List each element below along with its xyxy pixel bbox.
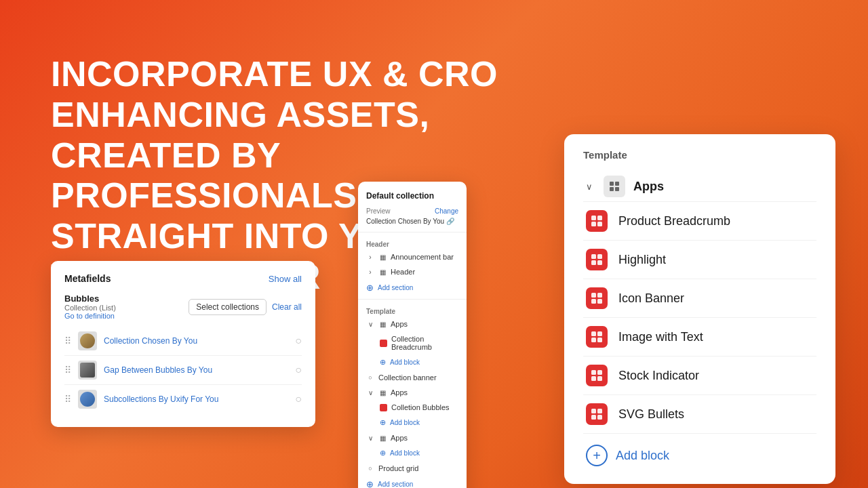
grid-icon: ▦	[378, 253, 387, 261]
panel-item-svg-bullets[interactable]: SVG Bullets	[583, 395, 816, 434]
theme-header-label: Header	[358, 235, 467, 249]
chevron-down-icon-1: ∨	[366, 320, 374, 328]
theme-editor-card: Default collection Preview Change Collec…	[358, 182, 467, 488]
svg-rect-4	[591, 216, 596, 220]
app-icon-4	[586, 326, 608, 348]
svg-rect-13	[597, 293, 602, 298]
svg-rect-14	[591, 299, 596, 304]
metafields-title: Metafields	[64, 273, 111, 284]
panel-item-label-6: SVG Bullets	[618, 407, 684, 422]
svg-rect-2	[610, 187, 614, 191]
add-block-label[interactable]: Add block	[616, 449, 669, 463]
drag-handle-icon-3[interactable]: ⠿	[64, 394, 71, 405]
theme-product-grid-row[interactable]: ○ Product grid	[358, 461, 467, 476]
svg-rect-1	[615, 182, 619, 186]
svg-rect-10	[591, 260, 596, 265]
theme-apps-row-2[interactable]: ∨ ▦ Apps	[358, 385, 467, 400]
theme-collection-banner-row[interactable]: ○ Collection banner	[358, 370, 467, 385]
right-panel: Template ∨ Apps Product Breadcrumb	[564, 134, 835, 484]
app-icon-1	[586, 210, 608, 232]
panel-item-label-3: Icon Banner	[618, 291, 684, 306]
panel-item-product-breadcrumb[interactable]: Product Breadcrumb	[583, 202, 816, 241]
theme-collection-bubbles-row[interactable]: Colletion Bubbles	[358, 400, 467, 415]
panel-section-label: Template	[583, 149, 816, 161]
panel-item-stock-indicator[interactable]: Stock Indicator	[583, 357, 816, 395]
theme-add-section-2[interactable]: ⊕ Add section	[358, 476, 467, 488]
clear-all-link[interactable]: Clear all	[272, 302, 302, 312]
svg-rect-6	[591, 222, 596, 226]
bubbles-actions: Select collections Clear all	[189, 299, 302, 315]
bubbles-info: Bubbles Collection (List) Go to definiti…	[64, 293, 116, 320]
theme-header-row[interactable]: › ▦ Header	[358, 264, 467, 279]
svg-rect-23	[597, 376, 602, 381]
panel-item-label-5: Stock Indicator	[618, 369, 699, 383]
red-square-icon-1	[380, 340, 387, 347]
panel-item-image-with-text[interactable]: Image with Text	[583, 318, 816, 357]
theme-apps-row-3[interactable]: ∨ ▦ Apps	[358, 430, 467, 445]
hero-line1: INCORPORATE UX & CRO ENHANCING ASSETS,	[51, 54, 566, 136]
theme-preview-row: Preview Change	[358, 205, 467, 218]
metafields-row-1: ⠿ Collection Chosen By You ○	[64, 327, 302, 356]
svg-rect-19	[597, 338, 602, 342]
metafields-row-2: ⠿ Gap Between Bubbles By You ○	[64, 356, 302, 385]
thumb-3	[78, 390, 97, 409]
svg-rect-0	[610, 182, 614, 186]
theme-announcement-row[interactable]: › ▦ Announcement bar	[358, 249, 467, 264]
panel-apps-row[interactable]: ∨ Apps	[583, 171, 816, 202]
add-block-circle-icon: +	[586, 445, 608, 466]
app-icon-3	[586, 287, 608, 309]
theme-add-block-2[interactable]: ⊕ Add block	[358, 415, 467, 430]
row-action-3[interactable]: ○	[295, 393, 302, 405]
svg-rect-9	[597, 254, 602, 259]
metafields-section-header: Bubbles Collection (List) Go to definiti…	[64, 293, 302, 320]
svg-rect-15	[597, 299, 602, 304]
theme-add-block-3[interactable]: ⊕ Add block	[358, 445, 467, 461]
svg-rect-25	[597, 409, 602, 413]
theme-collection-val: Collection Chosen By You 🔗	[358, 218, 467, 229]
plus-icon-4: ⊕	[380, 449, 386, 458]
panel-item-icon-banner[interactable]: Icon Banner	[583, 279, 816, 318]
drag-handle-icon[interactable]: ⠿	[64, 336, 71, 346]
panel-item-highlight[interactable]: Highlight	[583, 241, 816, 279]
svg-rect-24	[591, 409, 596, 413]
svg-rect-3	[615, 187, 619, 191]
theme-apps-row-1[interactable]: ∨ ▦ Apps	[358, 317, 467, 331]
app-icon-5	[586, 365, 608, 386]
svg-rect-16	[591, 331, 596, 336]
app-icon-2	[586, 249, 608, 270]
chevron-down-icon-3: ∨	[366, 434, 374, 442]
apps-grid-icon-2: ▦	[378, 388, 387, 396]
bubbles-sub: Collection (List)	[64, 304, 116, 312]
red-square-icon-2	[380, 404, 387, 411]
svg-rect-26	[591, 415, 596, 420]
apps-grid-icon	[604, 176, 625, 197]
go-to-definition[interactable]: Go to definition	[64, 312, 116, 320]
theme-add-section-1[interactable]: ⊕ Add section	[358, 279, 467, 296]
panel-item-label-4: Image with Text	[618, 330, 703, 344]
theme-change-link[interactable]: Change	[435, 207, 458, 215]
plus-icon-2: ⊕	[380, 358, 386, 367]
panel-add-block[interactable]: + Add block	[583, 434, 816, 466]
plus-icon-1: ⊕	[366, 283, 374, 293]
drag-handle-icon-2[interactable]: ⠿	[64, 365, 71, 375]
show-all-link[interactable]: Show all	[269, 274, 302, 284]
select-collections-button[interactable]: Select collections	[189, 299, 267, 315]
hero-line2: CREATED BY PROFESSIONALS,	[51, 136, 566, 217]
row-text-2[interactable]: Gap Between Bubbles By You	[104, 365, 288, 375]
row-text-1[interactable]: Collection Chosen By You	[104, 336, 288, 346]
theme-add-block-1[interactable]: ⊕ Add block	[358, 354, 467, 370]
app-icon-6	[586, 403, 608, 425]
circle-icon-1: ○	[366, 373, 374, 382]
chevron-right-icon: ›	[366, 253, 374, 261]
metafields-card: Metafields Show all Bubbles Collection (…	[51, 261, 315, 427]
row-text-3[interactable]: Subcollections By Uxify For You	[104, 394, 288, 404]
svg-rect-22	[591, 376, 596, 381]
svg-rect-8	[591, 254, 596, 259]
svg-rect-17	[597, 331, 602, 336]
svg-rect-18	[591, 338, 596, 342]
row-action-1[interactable]: ○	[295, 335, 302, 347]
svg-rect-7	[597, 222, 602, 226]
row-action-2[interactable]: ○	[295, 364, 302, 376]
theme-collection-breadcrumb-row[interactable]: Collection Breadcrumb	[358, 331, 467, 354]
panel-item-label-1: Product Breadcrumb	[618, 214, 730, 228]
